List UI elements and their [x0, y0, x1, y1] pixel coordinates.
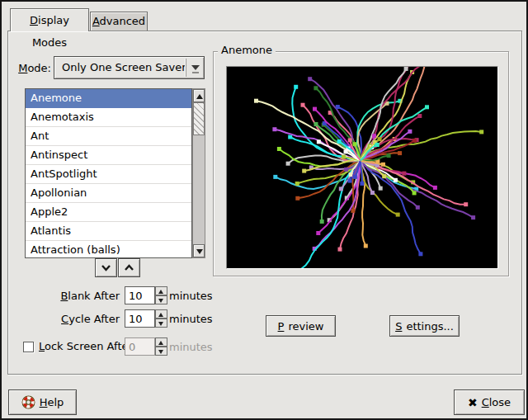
mode-dropdown-value: Only One Screen Saver [62, 57, 186, 78]
list-item[interactable]: Apple2 [26, 203, 191, 222]
list-item[interactable]: Atlantis [26, 222, 191, 241]
cycle-after-unit: minutes [169, 313, 213, 325]
help-lifesaver-icon [21, 395, 35, 409]
list-item[interactable]: Antinspect [26, 146, 191, 165]
cycle-after-input[interactable] [125, 309, 155, 328]
spin-up-icon [158, 341, 163, 345]
lock-screen-label: Lock Screen After [39, 340, 133, 352]
cycle-after-label: Cycle After [29, 313, 120, 325]
blank-after-unit: minutes [169, 290, 213, 302]
lock-after-input[interactable] [125, 337, 155, 356]
scrollbar-up-button[interactable] [193, 89, 205, 102]
cycle-after-spinner[interactable] [155, 309, 167, 328]
close-button-label: Close [482, 396, 511, 408]
list-next-button[interactable] [95, 258, 117, 277]
screensaver-preferences-window: Display Modes Advanced Mode: Only One Sc… [0, 0, 528, 420]
scrollbar-down-button[interactable] [193, 244, 205, 257]
mode-dropdown[interactable]: Only One Screen Saver [54, 56, 205, 79]
scrollbar-thumb[interactable] [193, 102, 205, 135]
list-item[interactable]: Anemotaxis [26, 108, 191, 127]
help-button[interactable]: Help [8, 389, 77, 415]
preview-frame-label: Anemone [218, 44, 276, 56]
list-item[interactable]: Anemone [26, 89, 191, 108]
arrow-down-icon [196, 249, 203, 254]
list-item[interactable]: Attraction (balls) [26, 241, 191, 258]
spin-up-icon [158, 290, 163, 294]
dropdown-arrow-icon [186, 59, 204, 77]
screensaver-list[interactable]: AnemoneAnemotaxisAntAntinspectAntSpotlig… [25, 88, 192, 258]
arrow-up-icon [196, 94, 203, 99]
settings-button[interactable]: Settings... [389, 315, 460, 337]
chevron-down-icon [101, 264, 111, 271]
chevron-up-icon [124, 264, 134, 271]
help-button-label: Help [40, 396, 64, 408]
blank-after-input[interactable] [125, 286, 155, 304]
list-item[interactable]: AntSpotlight [26, 165, 191, 184]
lock-screen-checkbox[interactable] [23, 342, 34, 352]
list-scrollbar[interactable] [192, 88, 205, 258]
close-button[interactable]: ✖ Close [454, 389, 525, 415]
list-item[interactable]: Ant [26, 127, 191, 146]
spin-down-icon [158, 350, 163, 354]
close-x-icon: ✖ [468, 396, 478, 409]
preview-button[interactable]: Preview [266, 315, 336, 337]
spin-down-icon [158, 322, 163, 326]
spin-down-icon [158, 299, 163, 303]
list-prev-button[interactable] [118, 258, 140, 277]
blank-after-label: Blank After [29, 290, 120, 302]
list-item[interactable]: Apollonian [26, 184, 191, 203]
lock-after-spinner[interactable] [155, 337, 167, 356]
preview-image [226, 66, 498, 269]
mode-label: Mode: [16, 62, 51, 74]
tab-display-modes[interactable]: Display Modes [10, 8, 89, 31]
blank-after-spinner[interactable] [155, 286, 167, 304]
tab-advanced[interactable]: Advanced [90, 12, 148, 31]
spin-up-icon [158, 313, 163, 317]
lock-after-unit: minutes [169, 341, 213, 353]
